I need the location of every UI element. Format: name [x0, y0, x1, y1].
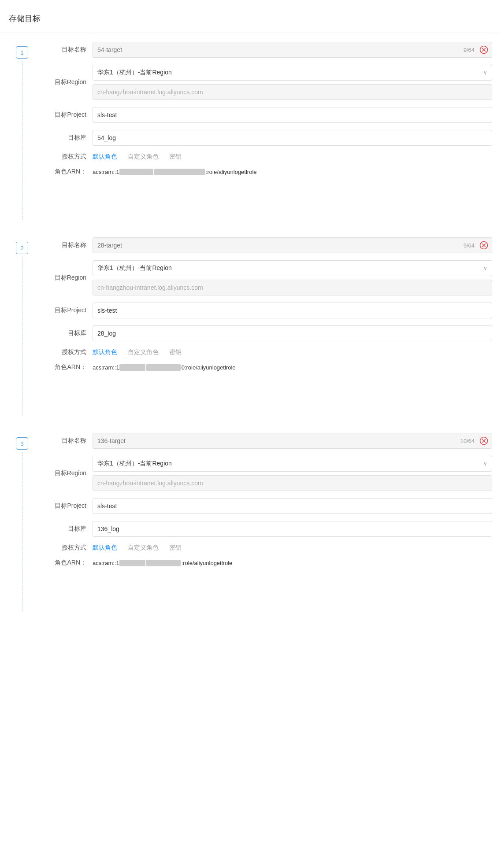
target-auth-option-2-2[interactable]: 密钥: [169, 348, 182, 356]
target-block-1: 1目标名称9/64 目标Region华东1（杭州）-当前Region∨目标Pro…: [9, 42, 492, 220]
target-auth-option-1-2[interactable]: 密钥: [169, 153, 182, 161]
target-close-button-2[interactable]: [479, 240, 489, 250]
target-arn-wrap-2: acs:ram::1██████████████0:role/aliyunlog…: [93, 364, 492, 371]
target-region-wrap-2: 华东1（杭州）-当前Region∨: [93, 260, 492, 295]
target-project-label-1: 目标Project: [44, 111, 93, 119]
close-icon: [480, 437, 488, 445]
target-arn-label-3: 角色ARN：: [44, 559, 93, 567]
target-name-input-wrap-1: 9/64: [93, 42, 492, 58]
arn-blurred-2-3: ████████: [146, 560, 181, 566]
chevron-down-icon: ∨: [483, 265, 487, 271]
target-project-label-2: 目标Project: [44, 307, 93, 314]
target-logstore-row-1: 目标库: [44, 130, 492, 146]
target-auth-options-3: 默认角色自定义角色密钥: [93, 544, 492, 552]
target-auth-option-3-1[interactable]: 自定义角色: [128, 544, 159, 552]
target-auth-options-2: 默认角色自定义角色密钥: [93, 348, 492, 356]
target-block-2: 2目标名称9/64 目标Region华东1（杭州）-当前Region∨目标Pro…: [9, 237, 492, 415]
target-project-input-1[interactable]: [93, 107, 492, 123]
arn-blurred-1-3: ██████: [119, 560, 145, 566]
target-number-badge-3: 3: [16, 437, 28, 450]
chevron-down-icon: ∨: [483, 461, 487, 467]
target-arn-label-1: 角色ARN：: [44, 168, 93, 176]
target-region-label-1: 目标Region: [44, 78, 93, 86]
target-name-label-3: 目标名称: [44, 437, 93, 445]
target-logstore-wrap-3: [93, 521, 492, 537]
target-auth-option-3-0[interactable]: 默认角色: [93, 544, 117, 552]
arn-blurred-2-2: ████████: [146, 364, 181, 371]
target-auth-option-1-0[interactable]: 默认角色: [93, 153, 117, 161]
target-name-wrap-3: 10/64: [93, 433, 492, 449]
target-name-input-1[interactable]: [93, 42, 492, 58]
target-number-col-2: 2: [9, 237, 35, 415]
arn-blurred-1-1: ████████: [119, 169, 154, 175]
target-arn-value-1: acs:ram::1████████████████████:role/aliy…: [93, 169, 257, 175]
target-region-wrap-3: 华东1（杭州）-当前Region∨: [93, 456, 492, 491]
target-arn-row-1: 角色ARN：acs:ram::1████████████████████:rol…: [44, 168, 492, 176]
targets-container: 1目标名称9/64 目标Region华东1（杭州）-当前Region∨目标Pro…: [0, 42, 501, 611]
close-icon: [480, 241, 488, 249]
target-project-wrap-1: [93, 107, 492, 123]
target-name-input-wrap-3: 10/64: [93, 433, 492, 449]
target-region-row-3: 目标Region华东1（杭州）-当前Region∨: [44, 456, 492, 491]
target-region-value-3: 华东1（杭州）-当前Region: [97, 460, 172, 468]
target-connector-line-2: [22, 257, 22, 415]
target-auth-option-2-0[interactable]: 默认角色: [93, 348, 117, 356]
target-name-row-3: 目标名称10/64: [44, 433, 492, 449]
target-logstore-label-2: 目标库: [44, 329, 93, 337]
target-logstore-label-3: 目标库: [44, 525, 93, 533]
target-project-input-2[interactable]: [93, 303, 492, 318]
target-auth-option-3-2[interactable]: 密钥: [169, 544, 182, 552]
target-name-row-1: 目标名称9/64: [44, 42, 492, 58]
page-title: 存储目标: [0, 9, 501, 33]
close-icon: [480, 46, 488, 54]
target-close-button-3[interactable]: [479, 436, 489, 446]
target-name-row-2: 目标名称9/64: [44, 237, 492, 253]
target-logstore-wrap-2: [93, 325, 492, 341]
target-name-input-2[interactable]: [93, 237, 492, 253]
target-number-col-1: 1: [9, 42, 35, 220]
target-project-row-2: 目标Project: [44, 303, 492, 318]
target-region-value-2: 华东1（杭州）-当前Region: [97, 264, 172, 272]
target-project-wrap-2: [93, 303, 492, 318]
target-arn-value-2: acs:ram::1██████████████0:role/aliyunlog…: [93, 364, 236, 371]
target-arn-row-3: 角色ARN：acs:ram::1██████████████:role/aliy…: [44, 559, 492, 567]
arn-blurred-2-1: ████████████: [154, 169, 205, 175]
target-region-value-1: 华东1（杭州）-当前Region: [97, 69, 172, 77]
target-region-wrap-1: 华东1（杭州）-当前Region∨: [93, 65, 492, 100]
target-region-row-1: 目标Region华东1（杭州）-当前Region∨: [44, 65, 492, 100]
target-logstore-label-1: 目标库: [44, 134, 93, 142]
target-region-label-3: 目标Region: [44, 469, 93, 477]
target-logstore-row-3: 目标库: [44, 521, 492, 537]
target-logstore-input-2[interactable]: [93, 325, 492, 341]
target-region-select-3[interactable]: 华东1（杭州）-当前Region∨: [93, 456, 492, 472]
target-region-select-2[interactable]: 华东1（杭州）-当前Region∨: [93, 260, 492, 276]
target-project-row-3: 目标Project: [44, 498, 492, 514]
target-number-col-3: 3: [9, 433, 35, 611]
target-project-input-3[interactable]: [93, 498, 492, 514]
target-region-endpoint-1: [93, 84, 492, 100]
target-region-select-1[interactable]: 华东1（杭州）-当前Region∨: [93, 65, 492, 81]
target-logstore-wrap-1: [93, 130, 492, 146]
target-auth-row-3: 授权方式默认角色自定义角色密钥: [44, 544, 492, 552]
target-number-badge-2: 2: [16, 242, 28, 254]
target-region-row-2: 目标Region华东1（杭州）-当前Region∨: [44, 260, 492, 295]
target-logstore-row-2: 目标库: [44, 325, 492, 341]
target-arn-row-2: 角色ARN：acs:ram::1██████████████0:role/ali…: [44, 363, 492, 371]
target-auth-label-2: 授权方式: [44, 348, 93, 356]
target-name-input-3[interactable]: [93, 433, 492, 449]
target-region-endpoint-3: [93, 475, 492, 491]
target-auth-option-2-1[interactable]: 自定义角色: [128, 348, 159, 356]
target-region-label-2: 目标Region: [44, 274, 93, 282]
target-project-row-1: 目标Project: [44, 107, 492, 123]
target-connector-line-1: [22, 61, 22, 220]
target-name-input-wrap-2: 9/64: [93, 237, 492, 253]
target-connector-line-3: [22, 452, 22, 611]
target-logstore-input-3[interactable]: [93, 521, 492, 537]
target-region-endpoint-2: [93, 280, 492, 295]
target-auth-option-1-1[interactable]: 自定义角色: [128, 153, 159, 161]
target-logstore-input-1[interactable]: [93, 130, 492, 146]
target-close-button-1[interactable]: [479, 45, 489, 55]
target-name-label-2: 目标名称: [44, 241, 93, 249]
target-number-badge-1: 1: [16, 46, 28, 59]
target-form-1: 目标名称9/64 目标Region华东1（杭州）-当前Region∨目标Proj…: [44, 42, 492, 183]
